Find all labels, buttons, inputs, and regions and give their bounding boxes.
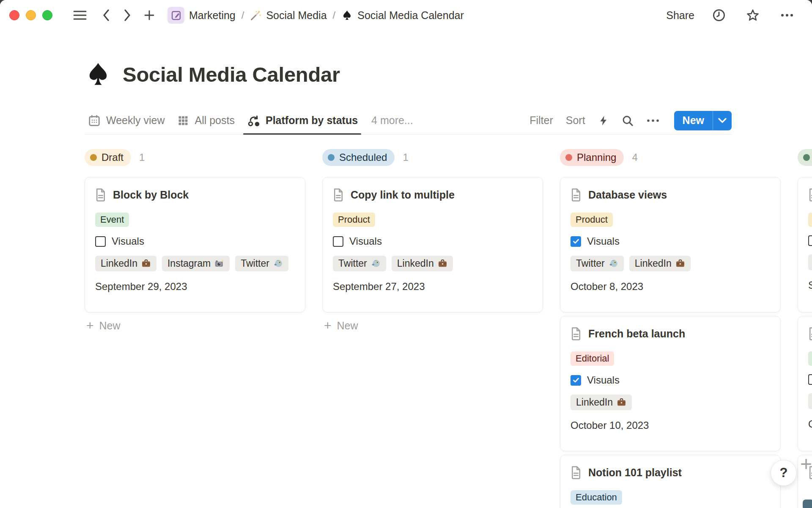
visuals-check-row: Visuals [571,235,770,247]
status-pill[interactable]: Planning [560,149,624,166]
search-icon[interactable] [622,115,634,127]
card-title-row [808,327,812,340]
new-button-chevron-down-icon[interactable] [713,111,732,130]
updates-clock-icon[interactable] [710,6,728,25]
spade-emoji-icon [341,10,353,21]
close-window-button[interactable] [9,10,19,20]
platform-tag: Twitter [571,256,624,271]
card-date: O [808,418,812,430]
visuals-checkbox[interactable] [333,236,343,247]
more-options-icon[interactable] [777,10,797,20]
board-card[interactable]: O [798,316,812,451]
board-column: Planning4Database viewsProductVisualsTwi… [560,149,781,508]
card-title-row: Block by Block [95,188,295,202]
column-header: Draft1 [85,149,305,166]
plus-icon: + [86,319,94,332]
card-category-tags: Event [95,213,295,227]
status-dot [90,154,97,161]
zoom-window-button[interactable] [42,10,52,20]
card-title: Notion 101 playlist [588,467,682,479]
minimize-window-button[interactable] [26,10,36,20]
help-button[interactable]: ? [771,460,797,486]
platform-label: Instagram [167,258,211,269]
dodo-emoji-icon [371,259,381,268]
platform-tag: LinkedIn [392,256,453,271]
card-date: September 29, 2023 [95,281,295,293]
checkbox-label: Visuals [587,235,620,247]
category-tag: Event [95,213,129,227]
platform-tag: Twitter [333,256,386,271]
status-pill[interactable]: Scheduled [322,149,395,166]
tab-platform-by-status[interactable]: Platform by status [247,107,358,134]
tab-label: All posts [195,114,234,127]
platform-tag: LinkedIn [629,256,691,271]
visuals-check-row [808,235,812,246]
view-settings-ellipsis-icon[interactable] [646,119,660,123]
visuals-checkbox[interactable] [571,375,581,386]
dodo-emoji-icon [273,259,283,268]
status-label: Draft [102,152,123,163]
back-button[interactable] [99,6,113,24]
card-title-row: French beta launch [571,327,770,340]
page-file-icon [808,188,812,202]
visuals-check-row [808,374,812,385]
card-date: S [808,279,812,291]
visuals-checkbox[interactable] [571,236,581,247]
card-category-tags [808,351,812,366]
tab-weekly-view[interactable]: Weekly view [88,107,165,134]
platform-tag: LinkedIn [571,395,632,410]
view-tabs-bar: Weekly viewAll postsPlatform by status 4… [85,107,732,135]
briefcase-emoji-icon [141,259,151,268]
new-record-button[interactable]: New [674,114,713,127]
breadcrumb-separator: / [241,9,244,21]
tab-label: Weekly view [106,114,165,127]
category-tag: Education [571,490,622,505]
visuals-checkbox[interactable] [808,374,812,385]
card-title-row: Notion 101 playlist [571,466,770,479]
breadcrumb-item[interactable]: Social Media Calendar [339,8,466,23]
board-card[interactable]: S [798,177,812,312]
category-tag [808,351,812,366]
column-header: Scheduled1 [322,149,543,166]
filter-button[interactable]: Filter [529,114,553,127]
spade-page-icon [85,61,112,88]
board-card[interactable]: Notion 101 playlistEducation [560,455,781,508]
board-card[interactable]: Block by BlockEventVisualsLinkedInInstag… [85,177,305,312]
status-pill[interactable]: Draft [85,149,131,166]
share-button[interactable]: Share [666,9,694,22]
board-card[interactable]: French beta launchEditorialVisualsLinked… [560,316,781,451]
camera-emoji-icon [214,259,224,268]
visuals-checkbox[interactable] [95,236,106,247]
card-category-tags: Product [333,213,532,227]
board-view-icon [247,114,260,127]
platform-tag [808,393,812,409]
partial-emoji [803,500,812,508]
add-card-button[interactable]: +New [322,319,358,332]
checkbox-label: Visuals [349,235,382,247]
card-date: October 8, 2023 [571,281,770,293]
page-title: Social Media Calendar [85,61,340,88]
automations-lightning-icon[interactable] [598,115,609,127]
page-file-icon [571,466,582,479]
category-tag [808,213,812,227]
board-card[interactable]: Copy link to multipleProductVisualsTwitt… [322,177,543,312]
page-file-icon [808,327,812,340]
visuals-check-row: Visuals [95,235,295,247]
favorite-star-icon[interactable] [743,6,762,25]
new-page-plus-icon[interactable] [141,7,157,23]
board-card[interactable]: Database viewsProductVisualsTwitterLinke… [560,177,781,312]
tab-all-posts[interactable]: All posts [177,107,234,134]
sidebar-toggle-icon[interactable] [70,7,90,23]
breadcrumb-item[interactable]: Marketing [165,5,238,25]
platform-tag: LinkedIn [95,256,156,271]
sort-button[interactable]: Sort [566,114,585,127]
visuals-checkbox[interactable] [808,235,812,246]
category-tag: Product [333,213,375,227]
status-pill[interactable] [798,149,812,166]
add-card-button[interactable]: +New [85,319,121,332]
breadcrumb-item[interactable]: Social Media [247,8,329,23]
more-views-button[interactable]: 4 more... [371,114,413,127]
add-group-plus-icon[interactable]: + [800,452,812,475]
forward-button[interactable] [120,6,134,24]
briefcase-emoji-icon [617,398,626,407]
